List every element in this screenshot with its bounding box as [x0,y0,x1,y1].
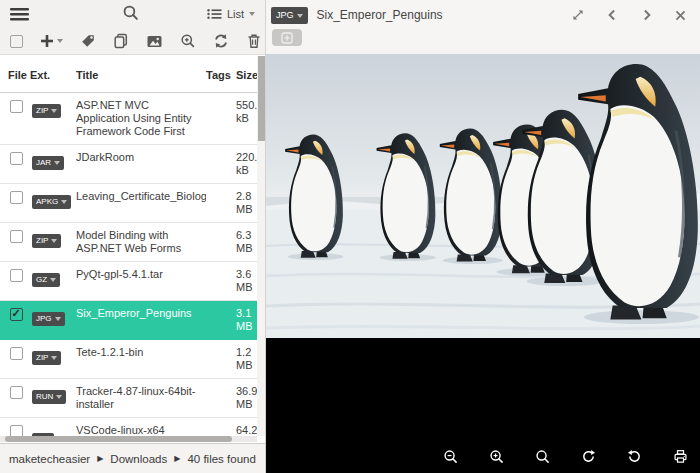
column-header-tags[interactable]: Tags [206,69,236,82]
file-ext-badge[interactable]: ZIP [32,104,61,118]
row-checkbox[interactable] [10,269,23,282]
column-header-title[interactable]: Title [76,69,206,82]
file-ext-label: ZIP [36,237,48,245]
image-icon [146,34,163,49]
menu-button[interactable] [10,6,30,22]
file-ext-badge[interactable]: JPG [271,7,308,24]
chevron-down-icon [54,161,60,165]
view-mode-dropdown[interactable]: List [207,8,255,20]
add-button[interactable] [40,34,63,48]
primary-toolbar: List [0,0,265,28]
rotate-right-button[interactable] [581,449,596,464]
preview-image [266,54,700,338]
chevron-down-icon [55,317,61,321]
viewer-toolbar [443,449,688,464]
table-row[interactable]: ZIP Tete-1.2.1-bin 1.2 MB [0,340,265,379]
file-ext-badge[interactable]: ZIP [32,351,61,365]
file-ext-badge[interactable]: ZIP [32,234,61,248]
close-icon [674,9,687,22]
table-row[interactable]: VSCode-linux-x64 64.2 [0,418,265,436]
file-ext-badge[interactable]: JPG [32,312,65,326]
row-checkbox[interactable] [10,152,23,165]
close-preview-button[interactable] [674,9,687,22]
file-table-body: ZIP ASP.NET MVC Application Using Entity… [0,93,265,436]
menu-icon [10,6,30,22]
view-mode-label: List [227,8,244,20]
expand-icon [571,8,585,22]
delete-button[interactable] [246,33,262,49]
table-row[interactable]: JAR JDarkRoom 220.7 kB [0,145,265,184]
rotate-counterclockwise-icon [627,449,642,464]
tag-button[interactable] [80,33,96,49]
file-ext-label: JPG [276,11,294,20]
file-list-pane: List [0,0,265,473]
horizontal-scrollbar [0,436,257,442]
zoom-in-icon [489,449,504,464]
chevron-down-icon [51,109,57,113]
status-bar: maketecheasier ▶ Downloads ▶ 40 files fo… [0,443,265,473]
breadcrumb-folder[interactable]: Downloads [110,453,167,465]
add-tag-icon [281,32,293,44]
breadcrumb-separator-icon: ▶ [174,454,180,463]
expand-button[interactable] [571,8,585,22]
row-checkbox[interactable] [10,308,23,321]
copy-button[interactable] [113,33,129,49]
previous-file-button[interactable] [606,8,619,22]
search-icon [122,4,139,21]
file-title: Tete-1.2.1-bin [76,346,206,359]
chevron-left-icon [606,8,619,22]
file-title: Model Binding with ASP.NET Web Forms [76,229,206,255]
refresh-icon [213,33,229,49]
row-checkbox[interactable] [10,425,23,436]
row-checkbox[interactable] [10,386,23,399]
file-title: JDarkRoom [76,151,206,164]
add-tag-button[interactable] [272,29,302,46]
file-ext-badge[interactable]: JAR [32,156,64,170]
file-ext-badge[interactable]: GZ [32,273,60,287]
zoom-out-button[interactable] [443,449,458,464]
table-row[interactable]: APKG Leaving_Certificate_Biology 2.8 MB [0,184,265,223]
zoom-button[interactable] [180,33,196,49]
file-ext-label: ZIP [36,107,48,115]
table-row[interactable]: RUN Tracker-4.87-linux-64bit-installer 3… [0,379,265,418]
file-ext-label: RUN [36,393,53,401]
chevron-down-icon [50,278,56,282]
print-icon [673,449,688,464]
select-all-checkbox[interactable] [10,35,23,48]
search-button[interactable] [122,4,139,21]
list-view-icon [207,8,222,20]
file-ext-label: JPG [36,315,52,323]
file-ext-badge[interactable]: APKG [32,195,71,209]
chevron-right-icon [640,8,653,22]
thumbnails-button[interactable] [146,34,163,49]
table-row[interactable]: GZ PyQt-gpl-5.4.1.tar 3.6 MB [0,262,265,301]
print-button[interactable] [673,449,688,464]
table-header: File Ext. Title Tags Size [0,69,265,93]
vertical-scrollbar-thumb[interactable] [258,56,265,141]
vertical-scrollbar [257,56,265,436]
chevron-down-icon [51,356,57,360]
rotate-left-button[interactable] [627,449,642,464]
file-ext-label: JAR [36,159,51,167]
file-title: VSCode-linux-x64 [76,424,206,436]
row-checkbox[interactable] [10,230,23,243]
column-header-file-ext[interactable]: File Ext. [0,69,76,82]
table-row[interactable]: JPG Six_Emperor_Penguins 3.1 MB [0,301,265,340]
horizontal-scrollbar-thumb[interactable] [5,436,232,442]
row-checkbox[interactable] [10,100,23,113]
row-checkbox[interactable] [10,191,23,204]
zoom-in-button[interactable] [489,449,504,464]
file-ext-badge[interactable]: RUN [32,390,66,404]
breadcrumb-location[interactable]: maketecheasier [9,453,90,465]
image-viewer [266,54,700,473]
zoom-reset-button[interactable] [535,449,550,464]
table-row[interactable]: ZIP ASP.NET MVC Application Using Entity… [0,93,265,145]
add-icon [40,34,54,48]
zoom-out-icon [443,449,458,464]
row-checkbox[interactable] [10,347,23,360]
preview-file-title: Six_Emperor_Penguins [317,8,443,22]
chevron-down-icon [61,200,67,204]
table-row[interactable]: ZIP Model Binding with ASP.NET Web Forms… [0,223,265,262]
refresh-button[interactable] [213,33,229,49]
next-file-button[interactable] [640,8,653,22]
